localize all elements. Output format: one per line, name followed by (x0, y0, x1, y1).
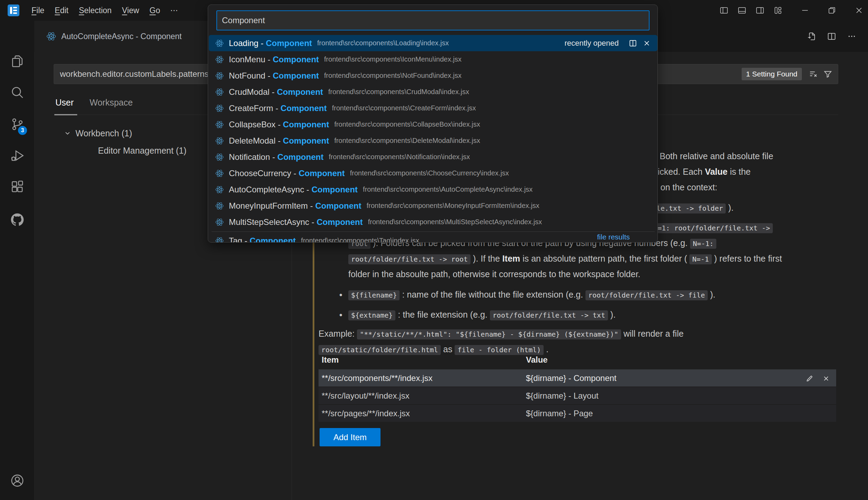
react-icon (215, 87, 225, 97)
item-name: MoneyInputFormItem (229, 201, 308, 211)
quick-open-input-box (216, 10, 650, 30)
quick-open-item[interactable]: DeleteModal - Componentfrontend\src\comp… (209, 133, 657, 149)
table-row[interactable]: **/src/pages/**/index.jsx${dirname} - Pa… (319, 405, 836, 422)
quick-open-item[interactable]: AutoCompleteAsync - Componentfrontend\sr… (209, 181, 657, 198)
search-icon[interactable] (0, 79, 35, 106)
item-separator: - (304, 185, 311, 194)
react-icon (215, 103, 225, 113)
quick-open-item[interactable]: MoneyInputFormItem - Componentfrontend\s… (209, 198, 657, 214)
quick-open-item[interactable]: MultiStepSelectAsync - Componentfrontend… (209, 214, 657, 230)
clear-filters-icon[interactable] (808, 69, 819, 80)
pattern-value: ${dirname} - Page (526, 409, 836, 418)
menu-go[interactable]: Go (144, 6, 165, 15)
quick-open-item[interactable]: CreateForm - Componentfrontend\src\compo… (209, 100, 657, 116)
account-icon[interactable] (0, 467, 35, 494)
source-control-icon[interactable]: 3 (0, 111, 35, 138)
activity-bar: 3 (0, 21, 35, 500)
extensions-icon[interactable] (0, 173, 35, 200)
close-icon[interactable] (854, 5, 864, 16)
menu-selection[interactable]: Selection (74, 6, 117, 15)
scope-tab-user[interactable]: User (55, 98, 74, 112)
code-span: N=-1 (689, 254, 712, 264)
item-separator: - (265, 55, 272, 64)
item-path: frontend\src\components\Tag\index.jsx (301, 237, 419, 243)
quick-open-item[interactable]: CollapseBox - Componentfrontend\src\comp… (209, 116, 657, 133)
quick-open-item[interactable]: CrudModal - Componentfrontend\src\compon… (209, 84, 657, 100)
open-to-side-icon[interactable] (628, 38, 638, 48)
quick-open-item[interactable]: Notification - Componentfrontend\src\com… (209, 149, 657, 165)
vscode-window: FileEditSelectionViewGo⋯ 3 AutoCompleteA… (0, 0, 868, 500)
remove-from-recently-opened-icon[interactable] (642, 38, 652, 48)
remove-item-icon[interactable] (821, 373, 831, 384)
editor-actions (802, 21, 862, 52)
toggle-panel-icon[interactable] (737, 5, 747, 16)
code-span: root/folder/file.txt -> root (348, 254, 471, 264)
react-icon (215, 236, 225, 243)
item-path: frontend\src\components\CrudModal\index.… (328, 88, 469, 96)
code-span: N=1: root/folder/file.txt -> (651, 223, 773, 233)
item-name: Tag (229, 236, 242, 243)
open-settings-json-icon[interactable] (806, 31, 817, 42)
item-match-highlight: Component (273, 71, 319, 81)
minimize-icon[interactable] (800, 5, 810, 16)
item-path: frontend\src\components\Loading\index.js… (317, 39, 449, 47)
item-match-highlight: Component (283, 120, 329, 129)
file-results-separator-label: file results (597, 233, 630, 241)
scope-tab-workspace[interactable]: Workspace (90, 98, 133, 112)
code-span: root/static/folder/file.html (319, 345, 441, 355)
item-name: IconMenu (229, 55, 265, 64)
settings-found-badge: 1 Setting Found (742, 68, 802, 80)
chevron-down-icon (63, 129, 72, 138)
restore-icon[interactable] (827, 5, 837, 16)
vscode-logo-icon[interactable] (8, 4, 19, 16)
split-editor-icon[interactable] (826, 31, 837, 42)
react-icon (46, 31, 56, 42)
react-icon (215, 185, 225, 194)
toggle-secondary-sidebar-icon[interactable] (755, 5, 765, 16)
item-separator: - (291, 169, 298, 178)
item-name: DeleteModal (229, 136, 276, 146)
item-name: MultiStepSelectAsync (229, 217, 309, 227)
table-row[interactable]: **/src/layout/**/index.jsx${dirname} - L… (319, 387, 836, 405)
table-row[interactable]: **/src/components/**/index.jsx${dirname}… (319, 370, 836, 387)
code-span: ${filename} (348, 290, 400, 300)
item-match-highlight: Component (273, 55, 319, 64)
react-icon (215, 71, 225, 81)
description-line: root/static/folder/file.html as file - f… (319, 344, 548, 354)
menu-file[interactable]: File (26, 6, 50, 15)
item-match-highlight: Component (250, 236, 296, 243)
edit-item-icon[interactable] (804, 373, 815, 384)
toggle-primary-sidebar-icon[interactable] (719, 5, 729, 16)
quick-open-item[interactable]: NotFound - Componentfrontend\src\compone… (209, 67, 657, 84)
item-path: frontend\src\components\CreateForm\index… (332, 104, 476, 112)
more-actions-icon[interactable] (846, 31, 857, 42)
menu-view[interactable]: View (117, 6, 144, 15)
add-item-button[interactable]: Add Item (320, 428, 381, 446)
bullet-dot: • (339, 310, 342, 320)
run-debug-icon[interactable] (0, 142, 35, 169)
menu-overflow[interactable]: ⋯ (165, 6, 184, 15)
description-line: Example: "**/static/**/*.html": "${filen… (319, 329, 683, 339)
item-separator: - (309, 217, 316, 227)
react-icon (215, 217, 225, 227)
github-icon[interactable] (0, 206, 35, 233)
pattern-value: ${dirname} - Layout (526, 391, 836, 401)
quick-open-item[interactable]: Tag - Componentfrontend\src\components\T… (209, 233, 657, 243)
window-controls (715, 0, 868, 21)
quick-open-item[interactable]: Loading - Componentfrontend\src\componen… (209, 35, 657, 51)
menu-edit[interactable]: Edit (50, 6, 74, 15)
settings-scope-tabs: UserWorkspace (55, 98, 149, 112)
customize-layout-icon[interactable] (773, 5, 783, 16)
editor-tab[interactable]: AutoCompleteAsync - Component (35, 21, 215, 52)
quick-open-item[interactable]: IconMenu - Componentfrontend\src\compone… (209, 51, 657, 67)
item-separator: - (270, 152, 277, 162)
menu-bar: FileEditSelectionViewGo⋯ (26, 0, 184, 21)
filter-icon[interactable] (822, 69, 833, 80)
react-icon (215, 120, 225, 129)
quick-open-item[interactable]: ChooseCurrency - Componentfrontend\src\c… (209, 165, 657, 181)
files-icon[interactable] (0, 48, 35, 75)
bullet-dot: • (339, 290, 342, 300)
quick-open-input[interactable] (217, 16, 649, 25)
recently-opened-label: recently opened (564, 39, 619, 48)
item-name: NotFound (229, 71, 265, 81)
